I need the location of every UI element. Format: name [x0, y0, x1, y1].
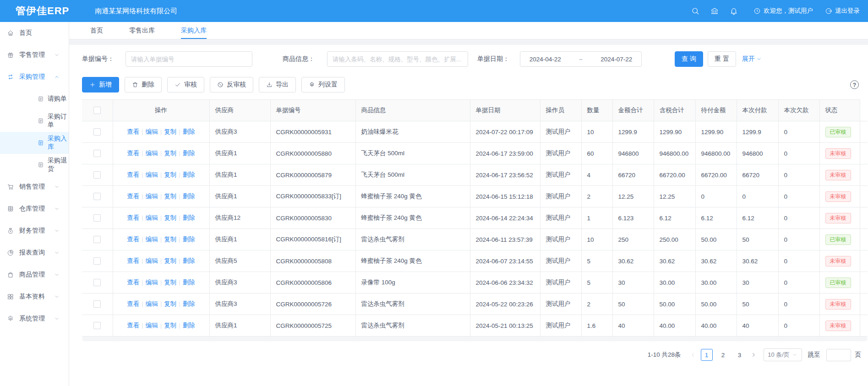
action-copy[interactable]: 复制 — [164, 128, 176, 135]
action-copy[interactable]: 复制 — [164, 257, 176, 264]
scrollbar-gutter — [860, 272, 868, 294]
action-view[interactable]: 查看 — [127, 300, 139, 307]
delete-button[interactable]: 删除 — [125, 77, 162, 92]
row-checkbox[interactable] — [93, 214, 101, 222]
row-checkbox[interactable] — [93, 257, 101, 265]
tab-retail-outbound[interactable]: 零售出库 — [129, 22, 155, 39]
product-info-input[interactable] — [327, 51, 468, 67]
sidebar-item-home[interactable]: 首页 — [0, 22, 69, 44]
action-copy[interactable]: 复制 — [164, 236, 176, 243]
action-view[interactable]: 查看 — [127, 128, 139, 135]
search-icon[interactable] — [688, 3, 703, 19]
action-view[interactable]: 查看 — [127, 171, 139, 178]
row-checkbox[interactable] — [93, 150, 101, 157]
action-delete[interactable]: 删除 — [183, 128, 195, 135]
action-copy[interactable]: 复制 — [164, 300, 176, 307]
action-edit[interactable]: 编辑 — [146, 171, 158, 178]
horizontal-scrollbar[interactable] — [82, 337, 868, 341]
add-button[interactable]: 新增 — [82, 77, 119, 92]
action-edit[interactable]: 编辑 — [146, 279, 158, 286]
unaudit-button[interactable]: 反审核 — [210, 77, 253, 92]
page-number-2[interactable]: 2 — [717, 349, 729, 361]
action-delete[interactable]: 删除 — [183, 236, 195, 243]
next-page-icon[interactable] — [748, 349, 759, 361]
action-copy[interactable]: 复制 — [164, 193, 176, 200]
welcome-user[interactable]: 欢迎您，测试用户 — [753, 7, 813, 15]
row-checkbox[interactable] — [93, 279, 101, 286]
action-view[interactable]: 查看 — [127, 279, 139, 286]
action-edit[interactable]: 编辑 — [146, 300, 158, 307]
action-copy[interactable]: 复制 — [164, 279, 176, 286]
action-edit[interactable]: 编辑 — [146, 128, 158, 135]
date-from-value[interactable]: 2024-04-22 — [530, 56, 561, 63]
action-edit[interactable]: 编辑 — [146, 236, 158, 243]
action-delete[interactable]: 删除 — [183, 214, 195, 221]
action-edit[interactable]: 编辑 — [146, 257, 158, 264]
row-checkbox[interactable] — [93, 171, 101, 179]
action-delete[interactable]: 删除 — [183, 171, 195, 178]
action-copy[interactable]: 复制 — [164, 171, 176, 178]
date-range-picker[interactable]: 2024-04-22 ~ 2024-07-22 — [520, 51, 642, 67]
page-number-3[interactable]: 3 — [734, 349, 746, 361]
action-copy[interactable]: 复制 — [164, 322, 176, 329]
row-checkbox[interactable] — [93, 236, 101, 243]
action-edit[interactable]: 编辑 — [146, 193, 158, 200]
sidebar-item-purchase-request[interactable]: 请购单 — [0, 88, 69, 110]
action-edit[interactable]: 编辑 — [146, 150, 158, 157]
app-logo[interactable]: 管伊佳ERP — [16, 4, 69, 18]
sidebar-item-retail[interactable]: 零售管理 — [0, 44, 69, 66]
page-size-select[interactable]: 10 条/页 — [764, 348, 802, 361]
order-no-input[interactable] — [126, 51, 252, 67]
tab-purchase-inbound[interactable]: 采购入库 — [181, 22, 207, 39]
sidebar-item-purchase-inbound[interactable]: 采购入库 — [0, 132, 69, 154]
sidebar-item-products[interactable]: 商品管理 — [0, 264, 69, 286]
search-button[interactable]: 查 询 — [675, 51, 703, 67]
jump-page-input[interactable] — [826, 349, 851, 361]
reset-button[interactable]: 重 置 — [708, 51, 736, 67]
tab-home[interactable]: 首页 — [90, 22, 103, 39]
sidebar-item-finance[interactable]: 财务管理 — [0, 220, 69, 242]
sidebar-item-warehouse[interactable]: 仓库管理 — [0, 198, 69, 220]
sidebar-item-system[interactable]: 系统管理 — [0, 308, 69, 330]
logout-button[interactable]: 退出登录 — [825, 7, 860, 15]
page-number-1[interactable]: 1 — [701, 349, 713, 361]
action-delete[interactable]: 删除 — [183, 322, 195, 329]
action-view[interactable]: 查看 — [127, 322, 139, 329]
action-view[interactable]: 查看 — [127, 150, 139, 157]
select-all-checkbox[interactable] — [93, 107, 101, 114]
cell-amount: 50 — [612, 294, 654, 315]
sidebar-item-reports[interactable]: 报表查询 — [0, 242, 69, 264]
action-view[interactable]: 查看 — [127, 236, 139, 243]
sidebar-item-purchase-order[interactable]: 采购订单 — [0, 110, 69, 132]
column-settings-button[interactable]: 列设置 — [301, 77, 345, 92]
action-view[interactable]: 查看 — [127, 214, 139, 221]
help-icon[interactable]: ? — [850, 81, 859, 89]
action-delete[interactable]: 删除 — [183, 279, 195, 286]
scrollbar-gutter — [860, 100, 868, 121]
audit-button[interactable]: 审核 — [167, 77, 204, 92]
row-checkbox[interactable] — [93, 300, 101, 308]
row-checkbox[interactable] — [93, 322, 101, 329]
action-delete[interactable]: 删除 — [183, 193, 195, 200]
prev-page-icon[interactable] — [688, 349, 699, 361]
action-view[interactable]: 查看 — [127, 257, 139, 264]
sidebar-item-purchase-return[interactable]: 采购退货 — [0, 154, 69, 176]
action-copy[interactable]: 复制 — [164, 150, 176, 157]
export-button[interactable]: 导出 — [259, 77, 296, 92]
action-copy[interactable]: 复制 — [164, 214, 176, 221]
expand-filters-link[interactable]: 展开 — [742, 55, 762, 63]
bell-icon[interactable] — [726, 3, 742, 19]
action-view[interactable]: 查看 — [127, 193, 139, 200]
action-delete[interactable]: 删除 — [183, 257, 195, 264]
action-delete[interactable]: 删除 — [183, 150, 195, 157]
bank-icon[interactable] — [707, 3, 722, 19]
sidebar-item-purchase[interactable]: 采购管理 — [0, 66, 69, 88]
date-to-value[interactable]: 2024-07-22 — [601, 56, 632, 63]
row-checkbox[interactable] — [93, 128, 101, 136]
row-checkbox[interactable] — [93, 193, 101, 200]
sidebar-item-sales[interactable]: 销售管理 — [0, 176, 69, 198]
action-edit[interactable]: 编辑 — [146, 214, 158, 221]
sidebar-item-basic-data[interactable]: 基本资料 — [0, 286, 69, 308]
action-edit[interactable]: 编辑 — [146, 322, 158, 329]
action-delete[interactable]: 删除 — [183, 300, 195, 307]
